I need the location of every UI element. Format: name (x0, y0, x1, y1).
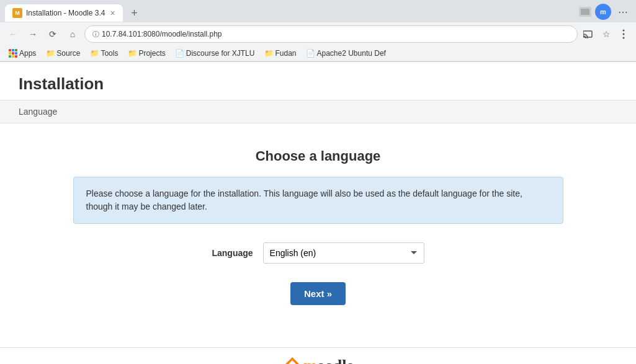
folder-icon-4: 📁 (264, 49, 273, 58)
home-button[interactable]: ⌂ (65, 26, 81, 42)
cast-button[interactable] (581, 27, 596, 42)
folder-icon: 📁 (46, 49, 55, 58)
bookmark-fudan-label: Fudan (275, 49, 296, 58)
tab-bar: M Installation - Moodle 3.4 × + m ⋯ (0, 0, 636, 22)
bookmark-source-label: Source (56, 49, 80, 58)
info-box: Please choose a language for the install… (73, 177, 563, 224)
bookmark-tools-label: Tools (101, 49, 118, 58)
language-label: Language (212, 248, 253, 258)
bookmark-projects-label: Projects (138, 49, 165, 58)
apps-icon (9, 49, 17, 58)
installation-header: Installation (0, 62, 636, 100)
next-button[interactable]: Next » (290, 282, 346, 305)
navigation-bar: ← → ⟳ ⌂ ⓘ 10.7.84.101:8080/moodle/instal… (0, 22, 636, 46)
folder-icon-2: 📁 (90, 49, 99, 58)
folder-icon-3: 📁 (128, 49, 137, 58)
bookmark-apps[interactable]: Apps (5, 48, 40, 59)
browser-actions: ☆ (581, 27, 631, 42)
bookmark-apps-label: Apps (19, 49, 36, 58)
page-footer: moodle (0, 347, 636, 364)
section-bar: Language (0, 100, 636, 123)
window-menu-button[interactable]: ⋯ (615, 4, 631, 20)
back-button[interactable]: ← (5, 26, 21, 42)
section-label: Language (19, 107, 57, 117)
url-text: 10.7.84.101:8080/moodle/install.php (102, 30, 570, 38)
svg-point-1 (623, 30, 625, 32)
info-text: Please choose a language for the install… (86, 189, 522, 211)
bookmark-projects[interactable]: 📁 Projects (124, 48, 169, 59)
doc-icon: 📄 (176, 49, 184, 58)
user-profile-button[interactable]: m (595, 4, 611, 20)
language-row: Language English (en) French (fr) Spanis… (212, 242, 424, 264)
svg-point-2 (623, 33, 625, 35)
address-bar[interactable]: ⓘ 10.7.84.101:8080/moodle/install.php (84, 25, 578, 43)
bookmark-fudan[interactable]: 📁 Fudan (261, 48, 300, 59)
bookmark-apache-label: Apache2 Ubuntu Def (317, 49, 386, 58)
bookmark-source[interactable]: 📁 Source (42, 48, 84, 59)
moodle-m: m (303, 357, 317, 364)
page-content: Installation Language Choose a language … (0, 62, 636, 347)
tab-favicon: M (12, 8, 22, 18)
security-icon: ⓘ (92, 30, 99, 39)
page-title: Installation (19, 74, 617, 94)
bookmark-discourse[interactable]: 📄 Discourse for XJTLU (172, 48, 259, 59)
forward-button[interactable]: → (25, 26, 41, 42)
bookmark-button[interactable]: ☆ (599, 27, 614, 42)
refresh-button[interactable]: ⟳ (45, 26, 61, 42)
new-tab-button[interactable]: + (131, 7, 138, 20)
moodle-logo: moodle (282, 357, 354, 364)
active-tab[interactable]: M Installation - Moodle 3.4 × (5, 4, 123, 22)
choose-language-heading: Choose a language (256, 148, 381, 164)
moodle-logo-text: moodle (303, 357, 354, 364)
bookmark-discourse-label: Discourse for XJTLU (186, 49, 255, 58)
svg-point-3 (623, 37, 625, 39)
more-button[interactable] (616, 27, 631, 42)
tab-title: Installation - Moodle 3.4 (26, 9, 105, 17)
moodle-logo-icon (282, 357, 302, 364)
bookmarks-bar: Apps 📁 Source 📁 Tools 📁 Projects 📄 Disco… (0, 46, 636, 61)
doc-icon-2: 📄 (307, 49, 315, 58)
main-area: Choose a language Please choose a langua… (0, 123, 636, 330)
browser-chrome: M Installation - Moodle 3.4 × + m ⋯ ← → … (0, 0, 636, 62)
tab-close-button[interactable]: × (110, 8, 115, 18)
profile-indicator (579, 7, 591, 17)
bookmark-tools[interactable]: 📁 Tools (86, 48, 122, 59)
bookmark-apache[interactable]: 📄 Apache2 Ubuntu Def (303, 48, 390, 59)
language-select[interactable]: English (en) French (fr) Spanish (es) Ge… (263, 242, 424, 264)
